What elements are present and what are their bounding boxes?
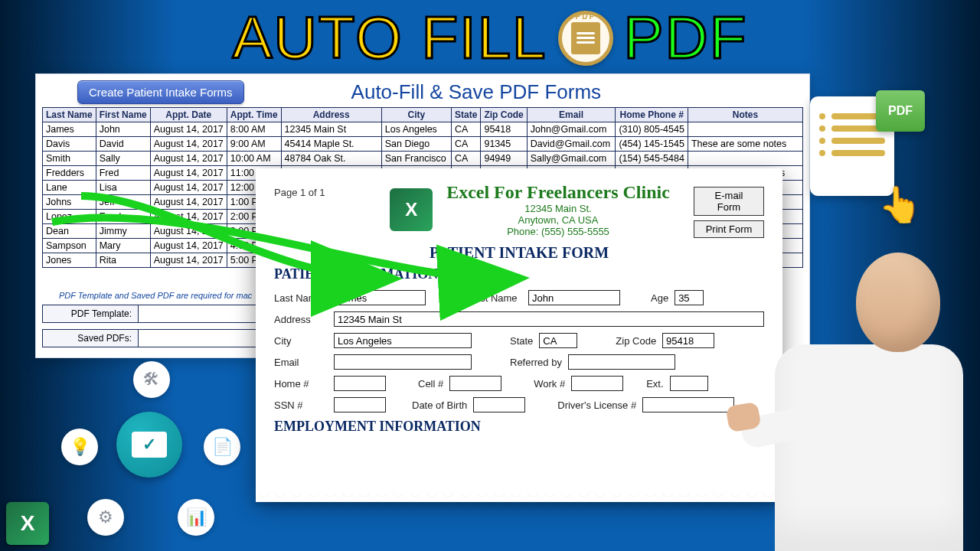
table-cell[interactable]: James: [43, 122, 96, 137]
table-cell[interactable]: CA: [452, 152, 481, 166]
input-home[interactable]: [334, 376, 386, 391]
table-cell[interactable]: (454) 145-1545: [616, 137, 688, 152]
input-cell[interactable]: [449, 376, 501, 391]
input-work[interactable]: [571, 376, 623, 391]
table-cell[interactable]: [688, 122, 802, 137]
input-age[interactable]: [675, 290, 704, 305]
label-first-name: First Name: [469, 292, 522, 304]
table-cell[interactable]: August 14, 2017: [150, 253, 227, 268]
table-cell[interactable]: Frank: [96, 210, 150, 224]
table-cell[interactable]: August 14, 2017: [150, 239, 227, 253]
panel-title: Auto-Fill & Save PDF Forms: [351, 80, 602, 104]
table-cell[interactable]: John@Gmail.com: [527, 122, 616, 137]
table-cell[interactable]: 8:00 AM: [227, 122, 281, 137]
input-last-name[interactable]: [334, 290, 426, 305]
excel-logo-icon: X: [390, 188, 433, 231]
input-email[interactable]: [334, 354, 472, 370]
table-cell[interactable]: 45414 Maple St.: [281, 137, 381, 152]
label-zip: Zip Code: [616, 335, 656, 347]
table-cell[interactable]: Lopez: [43, 210, 96, 224]
table-cell[interactable]: 48784 Oak St.: [281, 152, 381, 166]
input-ext[interactable]: [670, 376, 708, 391]
table-cell[interactable]: Lane: [43, 181, 96, 195]
label-address: Address: [274, 314, 328, 325]
table-cell[interactable]: San Diego: [381, 137, 451, 152]
table-cell[interactable]: (154) 545-5484: [616, 152, 688, 166]
input-dob[interactable]: [473, 397, 525, 412]
table-cell[interactable]: 94949: [481, 152, 527, 166]
table-cell[interactable]: 10:00 AM: [227, 152, 281, 166]
email-form-button[interactable]: E-mail Form: [694, 187, 764, 216]
table-cell[interactable]: David@Gmail.com: [527, 137, 616, 152]
create-intake-forms-button[interactable]: Create Patient Intake Forms: [77, 80, 244, 104]
table-cell[interactable]: [688, 152, 802, 166]
table-cell[interactable]: Sampson: [43, 239, 96, 253]
input-first-name[interactable]: [528, 290, 620, 305]
table-cell[interactable]: 12345 Main St: [281, 122, 381, 137]
table-header-cell: State: [452, 108, 481, 122]
label-dob: Date of Birth: [412, 399, 467, 411]
table-row[interactable]: SmithSallyAugust 14, 201710:00 AM48784 O…: [43, 152, 803, 166]
table-cell[interactable]: August 14, 2017: [150, 181, 227, 195]
table-cell[interactable]: August 14, 2017: [150, 195, 227, 210]
label-cell: Cell #: [418, 378, 443, 390]
table-cell[interactable]: 91345: [481, 137, 527, 152]
label-age: Age: [651, 292, 668, 304]
chart-icon: 📊: [178, 499, 214, 536]
table-cell[interactable]: Mary: [96, 239, 150, 253]
table-cell[interactable]: Smith: [43, 152, 96, 166]
input-city[interactable]: [334, 333, 472, 348]
table-cell[interactable]: Sally: [96, 152, 150, 166]
table-header-cell: First Name: [96, 108, 150, 122]
table-cell[interactable]: 95418: [481, 122, 527, 137]
table-row[interactable]: DavisDavidAugust 14, 20179:00 AM45414 Ma…: [43, 137, 803, 152]
table-cell[interactable]: Jones: [43, 253, 96, 268]
table-cell[interactable]: These are some notes: [688, 137, 802, 152]
table-cell[interactable]: Sally@Gmail.com: [527, 152, 616, 166]
table-header-cell: Home Phone #: [616, 108, 688, 122]
input-address[interactable]: [334, 311, 764, 327]
table-cell[interactable]: August 14, 2017: [150, 210, 227, 224]
page-info: Page 1 of 1: [274, 182, 358, 198]
gear-icon: ⚙: [87, 499, 124, 536]
table-cell[interactable]: August 14, 2017: [150, 122, 227, 137]
table-cell[interactable]: John: [96, 122, 150, 137]
table-cell[interactable]: Rita: [96, 253, 150, 268]
table-cell[interactable]: Fredders: [43, 166, 96, 181]
label-ssn: SSN #: [274, 399, 328, 411]
input-ssn[interactable]: [334, 397, 386, 412]
input-referred[interactable]: [568, 354, 675, 370]
input-dl[interactable]: [642, 397, 734, 412]
table-cell[interactable]: David: [96, 137, 150, 152]
table-cell[interactable]: Fred: [96, 166, 150, 181]
table-cell[interactable]: San Francisco: [381, 152, 451, 166]
table-cell[interactable]: Johns: [43, 195, 96, 210]
pdf-badge-icon: [558, 11, 613, 66]
input-state[interactable]: [539, 333, 577, 348]
table-cell[interactable]: (310) 805-4545: [616, 122, 688, 137]
table-cell[interactable]: Los Angeles: [381, 122, 451, 137]
table-cell[interactable]: August 14, 2017: [150, 137, 227, 152]
label-ext: Ext.: [646, 378, 663, 390]
table-cell[interactable]: Jimmy: [96, 224, 150, 239]
clinic-addr1: 12345 Main St.: [446, 203, 670, 214]
table-header-cell: Appt. Time: [227, 108, 281, 122]
document-icon: 📄: [204, 429, 240, 465]
table-cell[interactable]: Lisa: [96, 181, 150, 195]
table-header-cell: Last Name: [43, 108, 96, 122]
table-header-cell: Notes: [688, 108, 802, 122]
label-city: City: [274, 335, 328, 347]
table-cell[interactable]: August 14, 2017: [150, 166, 227, 181]
table-cell[interactable]: 9:00 AM: [227, 137, 281, 152]
table-cell[interactable]: Dean: [43, 224, 96, 239]
table-cell[interactable]: August 14, 2017: [150, 152, 227, 166]
table-cell[interactable]: Jeff: [96, 195, 150, 210]
table-cell[interactable]: August 14, 2017: [150, 224, 227, 239]
table-cell[interactable]: CA: [452, 137, 481, 152]
table-row[interactable]: JamesJohnAugust 14, 20178:00 AM12345 Mai…: [43, 122, 803, 137]
input-zip[interactable]: [662, 333, 714, 348]
table-cell[interactable]: CA: [452, 122, 481, 137]
table-cell[interactable]: Davis: [43, 137, 96, 152]
label-last-name: Last Name: [274, 292, 328, 304]
print-form-button[interactable]: Print Form: [694, 220, 764, 238]
